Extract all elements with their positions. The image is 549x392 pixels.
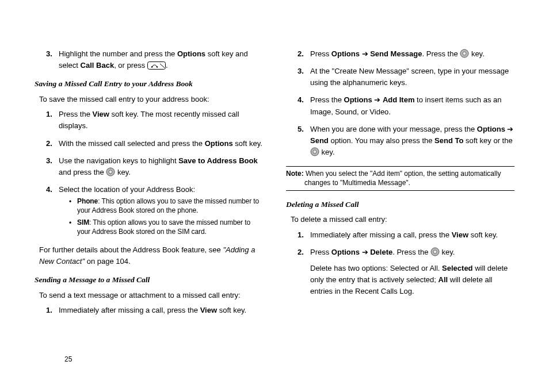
bold-text: Send Message: [370, 49, 422, 58]
list-item: 1. Immediately after missing a call, pre…: [46, 305, 263, 316]
list-body: Select the location of your Address Book…: [59, 184, 263, 239]
text: Select the location of your Address Book…: [59, 185, 195, 194]
text: Immediately after missing a call, press …: [59, 306, 200, 314]
text: key.: [115, 168, 131, 176]
list-item: 3. At the "Create New Message" screen, t…: [298, 66, 514, 89]
list-number: 2.: [298, 48, 310, 60]
bold-text: Options: [344, 95, 372, 104]
right-column: 2. Press Options ➔ Send Message. Press t…: [286, 46, 514, 322]
list-item: 4. Select the location of your Address B…: [46, 184, 263, 239]
note-box: Note: When you select the "Add item" opt…: [286, 166, 514, 190]
list-number: 4.: [46, 184, 59, 239]
list-body: Highlight the number and press the Optio…: [59, 48, 263, 71]
list-item: 5. When you are done with your message, …: [298, 124, 514, 158]
list-item: 3. Highlight the number and press the Op…: [46, 48, 263, 71]
svg-point-1: [151, 66, 152, 67]
left-column: 3. Highlight the number and press the Op…: [35, 46, 263, 322]
text: For further details about the Address Bo…: [39, 245, 223, 254]
paragraph: For further details about the Address Bo…: [39, 244, 263, 267]
list-body: Immediately after missing a call, press …: [310, 229, 514, 241]
list-body: At the "Create New Message" screen, type…: [310, 66, 514, 89]
text: . Press the: [392, 248, 430, 256]
bullet-body: SIM: This option allows you to save the …: [77, 218, 263, 236]
bold-text: Options: [205, 139, 233, 148]
text: Use the navigation keys to highlight: [59, 156, 178, 165]
section-heading: Sending a Message to a Missed Call: [35, 274, 263, 286]
text: soft key or the: [463, 136, 512, 145]
text: on page 104.: [85, 257, 131, 266]
ok-key-icon: [460, 49, 469, 58]
ok-key-icon: [106, 168, 115, 176]
bold-text: Options: [477, 125, 505, 133]
list-body: Immediately after missing a call, press …: [59, 305, 263, 316]
list-item: 4. Press the Options ➔ Add Item to inser…: [298, 94, 514, 117]
text: key.: [469, 49, 485, 58]
list-item: 3. Use the navigation keys to highlight …: [46, 155, 263, 178]
call-key-icon: [147, 61, 166, 70]
bullet-dot: •: [69, 197, 77, 215]
list-number: 3.: [46, 155, 59, 178]
note-body: Note: When you select the "Add item" opt…: [286, 169, 514, 187]
note-label: Note:: [286, 170, 304, 178]
list-number: 4.: [298, 94, 310, 117]
text: When you are done with your message, pre…: [310, 125, 477, 133]
list-item: 2. With the missed call selected and pre…: [46, 138, 263, 149]
bold-text: View: [200, 306, 217, 314]
bold-text: Send To: [434, 136, 463, 145]
text: Press: [310, 49, 331, 58]
text: : This option allows you to save the mis…: [77, 197, 259, 214]
bold-text: SIM: [77, 218, 89, 226]
list-item: 1. Immediately after missing a call, pre…: [298, 229, 514, 241]
text: : This option allows you to save the mis…: [77, 218, 250, 236]
bold-text: Phone: [77, 197, 98, 205]
list-number: 1.: [46, 305, 59, 316]
text: , or press: [114, 61, 147, 70]
text: Press: [310, 248, 331, 256]
text: Immediately after missing a call, press …: [310, 230, 452, 239]
ok-key-icon: [430, 248, 440, 256]
bullet-body: Phone: This option allows you to save th…: [77, 197, 263, 215]
text: Delete has two options: Selected or All.: [310, 264, 442, 272]
svg-point-6: [463, 52, 466, 55]
text: soft key.: [217, 306, 246, 314]
list-body: With the missed call selected and press …: [59, 138, 263, 149]
bold-text: Save to Address Book: [178, 156, 258, 165]
bold-text: Options: [331, 248, 360, 256]
list-item: 2. Press Options ➔ Send Message. Press t…: [298, 48, 514, 60]
text: key.: [440, 248, 455, 256]
list-item: 1. Press the View soft key. The most rec…: [46, 109, 263, 132]
bold-text: View: [93, 110, 109, 118]
intro-text: To send a text message or attachment to …: [39, 290, 263, 301]
bold-text: Add Item: [383, 95, 415, 104]
list-body: When you are done with your message, pre…: [310, 124, 514, 158]
bold-text: Options: [177, 49, 205, 58]
text: Press the: [59, 110, 93, 118]
section-heading: Saving a Missed Call Entry to your Addre…: [35, 78, 263, 90]
list-body: Press the Options ➔ Add Item to insert i…: [310, 94, 514, 117]
page-number: 25: [64, 355, 72, 363]
section-heading: Deleting a Missed Call: [286, 199, 514, 211]
intro-text: To delete a missed call entry:: [291, 214, 514, 225]
svg-point-4: [109, 170, 112, 174]
two-column-layout: 3. Highlight the number and press the Op…: [35, 46, 514, 322]
list-item: 2. Press Options ➔ Delete. Press the key…: [298, 247, 514, 298]
list-number: 1.: [46, 109, 59, 132]
text: option. You may also press the: [329, 136, 434, 145]
note-text: When you select the "Add item" option, t…: [304, 170, 501, 187]
bold-text: Call Back: [81, 61, 115, 70]
list-number: 3.: [46, 48, 59, 71]
text: .: [166, 61, 168, 70]
svg-point-2: [157, 66, 158, 67]
text: Press the: [310, 95, 344, 104]
bold-text: All: [439, 275, 448, 284]
text: key.: [319, 148, 335, 156]
text: With the missed call selected and press …: [59, 139, 205, 148]
list-number: 5.: [298, 124, 310, 158]
list-body: Press Options ➔ Send Message. Press the …: [310, 48, 514, 60]
bold-text: Delete: [370, 248, 392, 256]
text: ➔: [372, 95, 383, 104]
svg-point-8: [313, 150, 317, 153]
ok-key-icon: [310, 148, 319, 156]
list-number: 1.: [298, 229, 310, 241]
svg-point-10: [433, 250, 437, 253]
